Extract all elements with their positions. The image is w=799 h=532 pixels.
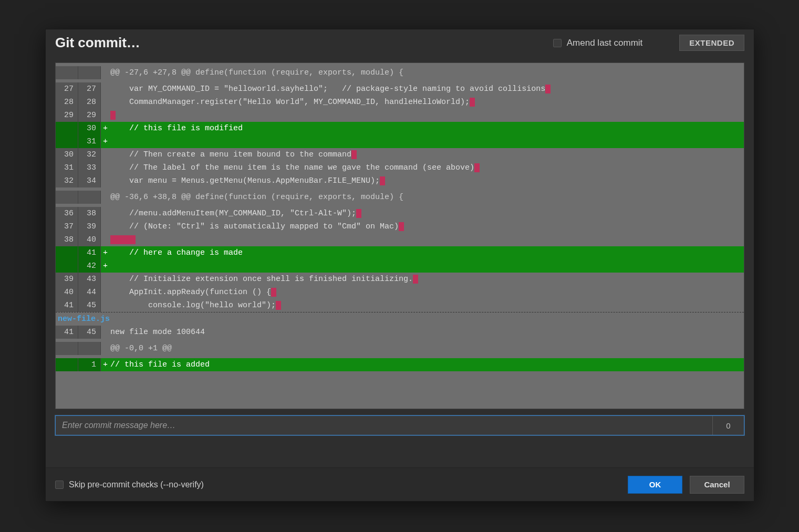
diff-line: 3840 xyxy=(56,233,744,246)
footer-buttons: OK Cancel xyxy=(628,476,744,494)
commit-message-row: 0 xyxy=(55,415,744,435)
trailing-whitespace-icon xyxy=(356,209,361,218)
trailing-whitespace-icon xyxy=(399,222,404,231)
diff-line: .. @@ -36,6 +38,8 @@ define(function (re… xyxy=(56,187,744,207)
diff-line: 3032 // Then create a menu item bound to… xyxy=(56,148,744,161)
dialog-footer: Skip pre-commit checks (--no-verify) OK … xyxy=(46,467,754,501)
checkbox-icon xyxy=(55,481,64,489)
trailing-whitespace-icon xyxy=(380,176,385,185)
char-count: 0 xyxy=(712,416,744,435)
trailing-whitespace-icon xyxy=(413,275,418,284)
trailing-whitespace-icon xyxy=(271,288,276,297)
diff-line: .41+ // here a change is made xyxy=(56,246,744,259)
diff-line: 2727 var MY_COMMAND_ID = "helloworld.say… xyxy=(56,82,744,96)
trailing-whitespace-icon xyxy=(276,301,281,310)
diff-line: 3133 // The label of the menu item is th… xyxy=(56,161,744,174)
git-commit-dialog: Git commit… Amend last commit EXTENDED .… xyxy=(45,29,754,502)
dialog-title: Git commit… xyxy=(55,35,553,51)
trailing-whitespace-icon xyxy=(545,85,551,93)
diff-line: 3943 // Initialize extension once shell … xyxy=(56,273,744,286)
diff-line: 3739 // (Note: "Ctrl" is automatically m… xyxy=(56,220,744,233)
trailing-whitespace-icon xyxy=(470,98,475,107)
diff-line: 2929 xyxy=(56,109,744,122)
diff-line: .42+ xyxy=(56,259,744,273)
dialog-header: Git commit… Amend last commit EXTENDED xyxy=(46,29,754,58)
diff-line: .31+ xyxy=(56,135,744,148)
diff-line: 3638 //menu.addMenuItem(MY_COMMAND_ID, "… xyxy=(56,207,744,220)
diff-viewport[interactable]: .. @@ -27,6 +27,8 @@ define(function (re… xyxy=(55,62,744,409)
file-header[interactable]: new-file.js xyxy=(56,312,744,326)
ok-button[interactable]: OK xyxy=(628,476,682,494)
diff-line: .. @@ -27,6 +27,8 @@ define(function (re… xyxy=(56,63,744,82)
diff-line: .1+// this file is added xyxy=(56,358,744,371)
diff-line: .. @@ -0,0 +1 @@ xyxy=(56,339,744,358)
trailing-whitespace-icon xyxy=(110,235,136,244)
checkbox-icon xyxy=(553,39,562,47)
skip-label: Skip pre-commit checks (--no-verify) xyxy=(69,480,204,489)
diff-line: 3234 var menu = Menus.getMenu(Menus.AppM… xyxy=(56,174,744,187)
diff-line: 4145 new file mode 100644 xyxy=(56,326,744,339)
trailing-whitespace-icon xyxy=(351,150,357,159)
diff-content: .. @@ -27,6 +27,8 @@ define(function (re… xyxy=(56,63,744,371)
amend-last-commit-checkbox[interactable]: Amend last commit xyxy=(553,38,643,48)
amend-label: Amend last commit xyxy=(567,38,643,48)
cancel-button[interactable]: Cancel xyxy=(690,476,744,494)
diff-line: .30+ // this file is modified xyxy=(56,122,744,135)
commit-message-input[interactable] xyxy=(56,416,712,435)
diff-line: 4044 AppInit.appReady(function () { xyxy=(56,286,744,299)
extended-button[interactable]: EXTENDED xyxy=(679,35,744,51)
skip-precommit-checkbox[interactable]: Skip pre-commit checks (--no-verify) xyxy=(55,480,204,489)
trailing-whitespace-icon xyxy=(110,111,116,120)
diff-line: 4145 console.log("hello world"); xyxy=(56,299,744,312)
diff-line: 2828 CommandManager.register("Hello Worl… xyxy=(56,96,744,109)
trailing-whitespace-icon xyxy=(474,163,480,172)
